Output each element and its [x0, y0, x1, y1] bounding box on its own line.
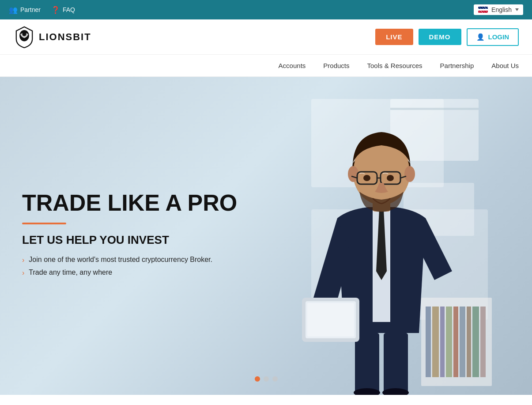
svg-rect-3 — [390, 108, 479, 110]
partner-label: Partner — [20, 6, 41, 13]
hero-content: TRADE LIKE A PRO LET US HELP YOU INVEST … — [0, 190, 237, 281]
hero-title: TRADE LIKE A PRO — [22, 190, 237, 216]
language-label: English — [491, 6, 512, 13]
header-actions: LIVE DEMO 👤 LOGIN — [375, 28, 519, 46]
svg-point-27 — [404, 166, 415, 182]
hero-section: TRADE LIKE A PRO LET US HELP YOU INVEST … — [0, 77, 532, 395]
svg-rect-8 — [440, 307, 445, 377]
svg-point-1 — [22, 32, 26, 36]
chevron-down-icon — [515, 8, 519, 11]
svg-rect-12 — [467, 307, 471, 377]
svg-rect-6 — [426, 307, 431, 377]
nav-link-tools[interactable]: Tools & Resources — [367, 60, 423, 72]
svg-rect-11 — [460, 307, 465, 377]
nav-link-accounts[interactable]: Accounts — [279, 60, 306, 72]
hero-bullet-text-2: Trade any time, any where — [29, 269, 112, 276]
topbar: 👥 Partner ❓ FAQ English — [0, 0, 532, 19]
demo-button[interactable]: DEMO — [419, 29, 461, 45]
svg-rect-16 — [384, 333, 408, 395]
live-button[interactable]: LIVE — [375, 29, 413, 45]
slider-dots — [255, 376, 278, 382]
slider-dot-2[interactable] — [264, 376, 269, 382]
hero-bullet-1: › Join one of the world's most trusted c… — [22, 256, 237, 264]
bullet-arrow-icon-1: › — [22, 256, 24, 264]
faq-icon: ❓ — [51, 6, 60, 14]
logo[interactable]: LIONSBIT — [13, 26, 91, 48]
partner-icon: 👥 — [9, 6, 18, 14]
hero-image — [239, 77, 532, 395]
nav-link-products[interactable]: Products — [323, 60, 349, 72]
language-selector[interactable]: English — [474, 4, 523, 15]
hero-subtitle: LET US HELP YOU INVEST — [22, 233, 237, 247]
man-illustration — [280, 86, 492, 395]
svg-point-34 — [387, 175, 394, 181]
nav-item-products[interactable]: Products — [323, 62, 349, 70]
nav-item-tools[interactable]: Tools & Resources — [367, 62, 423, 70]
svg-rect-15 — [355, 333, 379, 395]
header: LIONSBIT LIVE DEMO 👤 LOGIN — [0, 19, 532, 55]
slider-dot-3[interactable] — [272, 376, 278, 382]
bullet-arrow-icon-2: › — [22, 269, 24, 277]
partner-link[interactable]: 👥 Partner — [9, 6, 41, 14]
slider-dot-1[interactable] — [255, 376, 260, 382]
hero-bullet-2: › Trade any time, any where — [22, 269, 237, 277]
nav-list: Accounts Products Tools & Resources Part… — [279, 62, 519, 70]
flag-icon — [478, 7, 488, 13]
logo-text: LIONSBIT — [39, 31, 91, 43]
svg-rect-7 — [432, 307, 439, 377]
topbar-left: 👥 Partner ❓ FAQ — [9, 6, 75, 14]
hero-bullet-text-1: Join one of the world's most trusted cry… — [29, 256, 212, 264]
nav-item-partnership[interactable]: Partnership — [440, 62, 474, 70]
login-button[interactable]: 👤 LOGIN — [467, 28, 519, 46]
hero-bullets: › Join one of the world's most trusted c… — [22, 256, 237, 277]
faq-label: FAQ — [63, 6, 75, 13]
svg-rect-23 — [307, 303, 354, 337]
svg-rect-13 — [472, 307, 479, 377]
login-label: LOGIN — [488, 33, 509, 41]
nav-item-about[interactable]: About Us — [491, 62, 519, 70]
nav-link-partnership[interactable]: Partnership — [440, 60, 474, 72]
svg-rect-14 — [480, 307, 486, 377]
nav-link-about[interactable]: About Us — [491, 60, 519, 72]
faq-link[interactable]: ❓ FAQ — [51, 6, 75, 14]
nav-item-accounts[interactable]: Accounts — [279, 62, 306, 70]
navbar: Accounts Products Tools & Resources Part… — [0, 55, 532, 77]
svg-rect-9 — [446, 307, 452, 377]
logo-icon — [13, 26, 35, 48]
hero-divider — [22, 223, 66, 224]
svg-rect-10 — [453, 307, 458, 377]
user-icon: 👤 — [476, 33, 485, 41]
svg-point-33 — [363, 175, 370, 181]
